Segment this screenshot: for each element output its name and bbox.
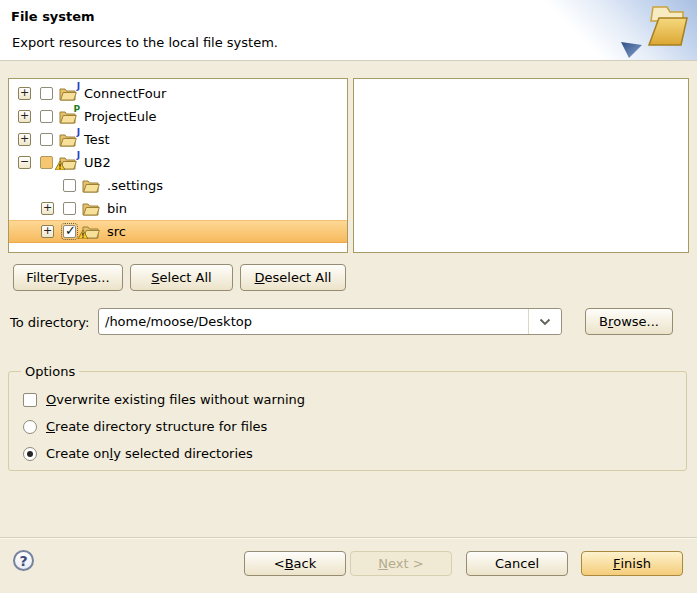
checkbox-settings[interactable] [63, 179, 76, 192]
checkbox-test[interactable] [40, 133, 53, 146]
java-project-folder-icon: J [59, 132, 78, 148]
footer-separator [0, 537, 697, 539]
expand-icon[interactable]: + [18, 87, 31, 100]
folder-icon [82, 178, 101, 194]
tree-label: UB2 [82, 155, 111, 170]
browse-button[interactable]: Browse... [585, 308, 673, 335]
folder-icon [82, 201, 101, 217]
overwrite-checkbox[interactable] [23, 393, 37, 407]
java-badge: J [77, 127, 80, 137]
option-directory-structure[interactable]: Create directory structure for files [23, 416, 686, 437]
option-label: Overwrite existing files without warning [46, 392, 305, 407]
expand-icon[interactable]: + [18, 110, 31, 123]
java-project-folder-icon: J [59, 86, 78, 102]
java-project-folder-warning-icon: J [59, 155, 78, 171]
directory-combobox [98, 308, 562, 335]
checkbox-src-checked[interactable] [63, 225, 76, 238]
tree-row-src-selected[interactable]: + src [9, 220, 347, 243]
checkbox-bin[interactable] [63, 202, 76, 215]
file-list-panel[interactable] [353, 78, 689, 253]
tree-label: ConnectFour [82, 86, 166, 101]
options-group: Options Overwrite existing files without… [8, 364, 687, 471]
help-button[interactable]: ? [13, 550, 34, 571]
combo-dropdown-button[interactable] [528, 309, 561, 334]
tree-row-connectfour[interactable]: + J ConnectFour [9, 82, 347, 105]
resource-tree[interactable]: + J ConnectFour + P ProjectEule + [8, 78, 348, 253]
project-folder-icon: P [59, 109, 78, 125]
tree-label: Test [82, 132, 110, 147]
tree-row-settings[interactable]: .settings [9, 174, 347, 197]
export-folder-icon [644, 3, 690, 54]
folder-warning-icon [82, 224, 101, 240]
project-badge: P [73, 104, 80, 114]
collapse-icon[interactable]: − [18, 156, 31, 169]
tree-row-projecteule[interactable]: + P ProjectEule [9, 105, 347, 128]
tree-row-ub2[interactable]: − J UB2 [9, 151, 347, 174]
option-overwrite[interactable]: Overwrite existing files without warning [23, 389, 686, 410]
expand-icon[interactable]: + [41, 225, 54, 238]
tree-label: bin [105, 201, 127, 216]
tree-label: src [105, 224, 126, 239]
checkbox-connectfour[interactable] [40, 87, 53, 100]
tree-label: .settings [105, 178, 163, 193]
tree-row-test[interactable]: + J Test [9, 128, 347, 151]
warning-overlay-icon [55, 158, 65, 173]
chevron-down-icon [539, 314, 551, 329]
option-label: Create only selected directories [46, 446, 253, 461]
page-subtitle: Export resources to the local file syste… [12, 35, 278, 50]
java-badge: J [77, 81, 80, 91]
wizard-buttons: < Back Next > Cancel Finish [244, 551, 683, 576]
selected-directories-radio[interactable] [23, 447, 37, 461]
deselect-all-button[interactable]: Deselect All [240, 264, 346, 291]
export-wizard-dialog: File system Export resources to the loca… [0, 0, 697, 593]
directory-input[interactable] [99, 309, 528, 334]
export-arrow-icon [621, 39, 645, 62]
option-selected-directories[interactable]: Create only selected directories [23, 443, 686, 464]
cancel-button[interactable]: Cancel [466, 551, 568, 576]
filter-types-button[interactable]: Filter Types... [13, 264, 123, 291]
options-legend: Options [21, 364, 79, 379]
tree-label: ProjectEule [82, 109, 157, 124]
next-button-disabled: Next > [350, 551, 452, 576]
to-directory-label: To directory: [10, 315, 89, 330]
option-label: Create directory structure for files [46, 419, 267, 434]
back-button[interactable]: < Back [244, 551, 346, 576]
directory-structure-radio[interactable] [23, 420, 37, 434]
warning-overlay-icon [78, 227, 88, 242]
java-badge: J [77, 150, 80, 160]
resource-panels: + J ConnectFour + P ProjectEule + [8, 78, 689, 253]
checkbox-ub2-mixed[interactable] [40, 156, 53, 169]
wizard-banner: File system Export resources to the loca… [0, 0, 697, 61]
select-all-button[interactable]: Select All [130, 264, 233, 291]
expand-icon[interactable]: + [41, 202, 54, 215]
expand-icon[interactable]: + [18, 133, 31, 146]
finish-button[interactable]: Finish [581, 551, 683, 576]
checkbox-projecteule[interactable] [40, 110, 53, 123]
page-title: File system [11, 9, 95, 24]
selection-toolbar: Filter Types... Select All Deselect All [13, 264, 346, 291]
tree-row-bin[interactable]: + bin [9, 197, 347, 220]
